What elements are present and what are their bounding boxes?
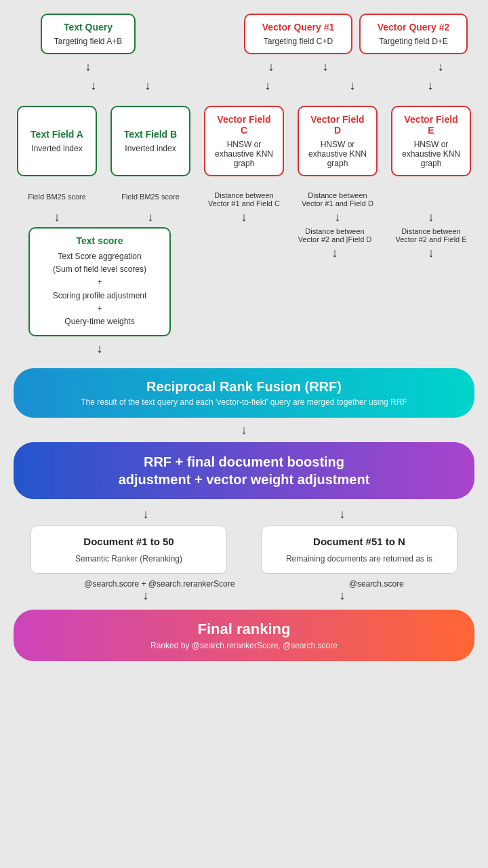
doc2-title: Document #51 to N xyxy=(272,536,446,547)
label-dist-e: Distance between Vector #2 and Field E xyxy=(391,227,471,243)
rrf-title: Reciprocal Rank Fusion (RRF) xyxy=(27,379,461,395)
field-d-subtitle: HNSW or exhaustive KNN graph xyxy=(307,140,368,168)
boost-band: RRF + final document boostingadjustment … xyxy=(14,442,474,499)
vector-query1-subtitle: Targeting field C+D xyxy=(253,37,343,46)
vector-query2-title: Vector Query #2 xyxy=(369,22,458,33)
field-c-title: Vector Field C xyxy=(214,114,274,136)
rrf-subtitle: The result of the text query and each 'v… xyxy=(27,397,461,407)
field-a-title: Text Field A xyxy=(26,129,87,140)
arrow-d2-down: ↓ xyxy=(332,246,338,260)
arrow-to-final-1: ↓ xyxy=(143,589,149,603)
arrow-c-down: ↓ xyxy=(241,210,247,224)
text-query-title: Text Query xyxy=(50,22,126,33)
field-d-box: Vector Field D HNSW or exhaustive KNN gr… xyxy=(298,106,378,176)
text-score-box: Text score Text Score aggregation (Sum o… xyxy=(28,227,171,336)
label-dist-d1: Distance between Vector #1 and Field D xyxy=(298,183,378,210)
score-label-2: @search.score xyxy=(349,579,404,589)
doc1-subtitle: Semantic Ranker (Reranking) xyxy=(42,554,216,564)
vector-query2-subtitle: Targeting field D+E xyxy=(369,37,458,46)
doc1-box: Document #1 to 50 Semantic Ranker (Reran… xyxy=(30,526,227,574)
field-c-box: Vector Field C HNSW or exhaustive KNN gr… xyxy=(204,106,284,176)
field-a-box: Text Field A Inverted index xyxy=(17,106,97,176)
text-score-title: Text score xyxy=(38,235,161,246)
text-query-subtitle: Targeting field A+B xyxy=(50,37,126,46)
arrow-e-down2: ↓ xyxy=(428,246,434,260)
label-dist-d2: Distance between Vector #2 and |Field D xyxy=(295,227,375,243)
arrow-to-doc2: ↓ xyxy=(340,507,346,521)
label-dist-c: Distance between Vector #1 and Field C xyxy=(204,183,284,210)
doc2-subtitle: Remaining documents are returned as is xyxy=(272,554,446,564)
arrow-to-doc1: ↓ xyxy=(143,507,149,521)
arrow-a-down: ↓ xyxy=(54,210,60,224)
doc1-title: Document #1 to 50 xyxy=(42,536,216,547)
arrow-text-score-down: ↓ xyxy=(97,342,103,356)
field-b-title: Text Field B xyxy=(120,129,181,140)
score-label-1: @search.score + @search.rerankerScore xyxy=(84,579,235,589)
vector-query1-title: Vector Query #1 xyxy=(253,22,343,33)
diagram: Text Query Targeting field A+B Vector Qu… xyxy=(7,14,481,677)
doc2-box: Document #51 to N Remaining documents ar… xyxy=(261,526,458,574)
field-b-box: Text Field B Inverted index xyxy=(110,106,190,176)
field-a-subtitle: Inverted index xyxy=(26,144,87,153)
final-ranking-band: Final ranking Ranked by @search.reranker… xyxy=(14,610,474,661)
final-ranking-subtitle: Ranked by @search.rerankerScore, @search… xyxy=(27,641,461,650)
arrow-e-down: ↓ xyxy=(428,210,434,224)
boost-title: RRF + final document boostingadjustment … xyxy=(27,453,461,488)
vector-query2-box: Vector Query #2 Targeting field D+E xyxy=(359,14,468,54)
label-bm25-b: Field BM25 score xyxy=(121,183,180,210)
arrow-after-rrf: ↓ xyxy=(241,420,247,439)
field-e-title: Vector Field E xyxy=(401,114,462,136)
arrow-b-down: ↓ xyxy=(148,210,154,224)
field-e-box: Vector Field E HNSW or exhaustive KNN gr… xyxy=(391,106,471,176)
arrow-d-down: ↓ xyxy=(335,210,341,224)
field-b-subtitle: Inverted index xyxy=(120,144,181,153)
label-bm25-a: Field BM25 score xyxy=(28,183,86,210)
field-e-subtitle: HNSW or exhaustive KNN graph xyxy=(401,140,462,168)
text-score-lines: Text Score aggregation (Sum of field lev… xyxy=(38,250,161,328)
field-c-subtitle: HNSW or exhaustive KNN graph xyxy=(214,140,274,168)
text-query-box: Text Query Targeting field A+B xyxy=(41,14,136,54)
arrow-to-final-2: ↓ xyxy=(340,589,346,603)
vector-query1-box: Vector Query #1 Targeting field C+D xyxy=(244,14,352,54)
final-ranking-title: Final ranking xyxy=(27,620,461,638)
field-d-title: Vector Field D xyxy=(307,114,368,136)
rrf-band: Reciprocal Rank Fusion (RRF) The result … xyxy=(14,368,474,418)
